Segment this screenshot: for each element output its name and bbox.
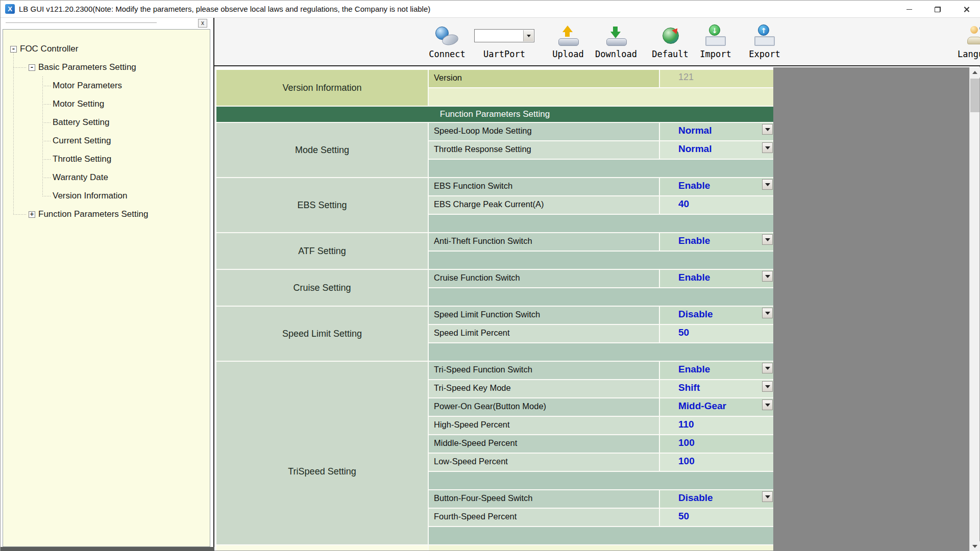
tree-item-foc-controller[interactable]: -FOC Controller (3, 40, 210, 58)
param-value-ebs-function-switch[interactable]: Enable (660, 178, 773, 195)
toolbar: ConnectUartPortUploadDownloadDefaultImpo… (214, 18, 980, 66)
param-value-speed-loop-mode-setting[interactable]: Normal (660, 123, 773, 140)
tree-item-throttle-setting[interactable]: Throttle Setting (3, 150, 210, 168)
scroll-up-icon (972, 71, 977, 74)
dropdown-arrow-icon (765, 183, 770, 186)
dropdown-button[interactable] (762, 363, 773, 373)
window-controls (895, 1, 980, 18)
toolbar-item-uartport[interactable]: UartPort (469, 23, 540, 65)
expand-icon[interactable]: + (29, 211, 35, 218)
tree-item-label: Battery Setting (53, 117, 110, 128)
minimize-button[interactable] (895, 1, 923, 18)
param-value-tri-speed-function-switch[interactable]: Enable (660, 362, 773, 379)
dropdown-arrow-icon (765, 128, 770, 131)
tree-connector (42, 196, 51, 196)
tree-connector (13, 67, 27, 68)
dropdown-button[interactable] (762, 179, 773, 190)
param-value-anti-theft-function-switch[interactable]: Enable (660, 233, 773, 251)
uartport-combo[interactable] (474, 29, 534, 42)
param-label-middle-speed-percent: Middle-Speed Percent (429, 435, 659, 453)
param-label-tri-speed-function-switch: Tri-Speed Function Switch (429, 362, 659, 379)
param-label-version: Version (429, 70, 659, 87)
collapse-icon[interactable]: - (29, 64, 35, 71)
app-window: X LB GUI v121.20.2300(Note: Modify the p… (0, 0, 980, 551)
tree-item-label: Version Information (53, 191, 127, 201)
tree-item-current-setting[interactable]: Current Setting (3, 132, 210, 150)
upload-icon (556, 24, 580, 47)
tree-item-label: FOC Controller (20, 44, 78, 54)
download-icon (604, 24, 628, 47)
toolbar-item-export[interactable]: Export (729, 23, 800, 65)
table-filler (773, 67, 969, 551)
tree-item-function-parameters-setting[interactable]: +Function Parameters Setting (3, 205, 210, 223)
param-value-speed-limit-percent[interactable]: 50 (660, 325, 773, 342)
dropdown-button[interactable] (762, 308, 773, 318)
scroll-down-button[interactable] (970, 541, 980, 551)
tree-connector (42, 122, 51, 123)
param-value-high-speed-percent[interactable]: 110 (660, 417, 773, 434)
navigation-tree: -FOC Controller-Basic Parameters Setting… (3, 30, 210, 546)
spacer-row (429, 215, 773, 232)
param-value-text: Enable (678, 180, 710, 191)
dropdown-button[interactable] (762, 491, 773, 502)
tree-connector (13, 214, 27, 215)
close-icon (963, 6, 970, 13)
dropdown-button[interactable] (762, 381, 773, 392)
collapse-icon[interactable]: - (10, 46, 17, 53)
sidebar-close-button[interactable]: x (198, 19, 207, 28)
group-cell-mode-setting: Mode Setting (216, 123, 428, 177)
param-value-middle-speed-percent[interactable]: 100 (660, 435, 773, 453)
tree-connector (42, 141, 51, 141)
scroll-down-icon (972, 545, 977, 548)
param-value-text: Disable (678, 492, 713, 504)
param-value-button-four-speed-switch[interactable]: Disable (660, 490, 773, 508)
tree-item-version-information[interactable]: Version Information (3, 187, 210, 205)
spacer-row (429, 527, 773, 544)
tree-item-warranty-date[interactable]: Warranty Date (3, 168, 210, 187)
param-value-text: Shift (678, 382, 700, 393)
minimize-icon (906, 9, 912, 10)
param-label-high-speed-percent: High-Speed Percent (429, 417, 659, 434)
close-button[interactable] (952, 1, 980, 18)
dropdown-button[interactable] (762, 399, 773, 410)
export-icon (753, 24, 776, 47)
param-value-tri-speed-key-mode[interactable]: Shift (660, 380, 773, 397)
toolbar-item-label: Export (729, 49, 800, 59)
param-value-throttle-response-setting[interactable]: Normal (660, 141, 773, 159)
dropdown-arrow-icon (765, 495, 770, 498)
param-value-power-on-gear-button-mode[interactable]: Midd-Gear (660, 398, 773, 416)
group-cell-cruise-setting: Cruise Setting (216, 270, 428, 306)
param-value-fourth-speed-percent[interactable]: 50 (660, 509, 773, 526)
scrollbar-thumb[interactable] (970, 79, 979, 112)
dropdown-arrow-icon (765, 146, 770, 149)
toolbar-item-language[interactable]: Language (943, 23, 980, 65)
dropdown-arrow-icon (765, 312, 770, 315)
tree-guide-line (42, 77, 43, 196)
tree-item-label: Function Parameters Setting (38, 209, 148, 219)
uartport-dropdown-button[interactable] (523, 30, 533, 41)
group-cell-trispeed-setting: TriSpeed Setting (216, 362, 428, 544)
tree-item-motor-parameters[interactable]: Motor Parameters (3, 77, 210, 95)
param-value-speed-limit-function-switch[interactable]: Disable (660, 307, 773, 324)
dropdown-button[interactable] (762, 142, 773, 153)
param-value-cruise-function-switch[interactable]: Enable (660, 270, 773, 287)
dropdown-arrow-icon (765, 367, 770, 370)
param-label-anti-theft-function-switch: Anti-Theft Function Switch (429, 233, 659, 251)
vertical-scrollbar[interactable] (969, 67, 979, 551)
tree-item-motor-setting[interactable]: Motor Setting (3, 95, 210, 113)
dropdown-button[interactable] (762, 234, 773, 245)
sidebar-grip[interactable] (6, 22, 157, 24)
parameter-table: Version121Version InformationFunction Pa… (216, 70, 773, 550)
tree-item-basic-parameters-setting[interactable]: -Basic Parameters Setting (3, 58, 210, 77)
dropdown-button[interactable] (762, 271, 773, 282)
tree-item-battery-setting[interactable]: Battery Setting (3, 113, 210, 132)
param-value-ebs-charge-peak-current-a[interactable]: 40 (660, 196, 773, 214)
dropdown-button[interactable] (762, 124, 773, 135)
maximize-button[interactable] (923, 1, 952, 18)
param-value-low-speed-percent[interactable]: 100 (660, 454, 773, 471)
toolbar-item-label: UartPort (469, 49, 540, 59)
param-label-throttle-response-setting: Throttle Response Setting (429, 141, 659, 159)
scroll-up-button[interactable] (970, 67, 980, 78)
default-icon (658, 24, 682, 47)
spacer-row (429, 160, 773, 177)
